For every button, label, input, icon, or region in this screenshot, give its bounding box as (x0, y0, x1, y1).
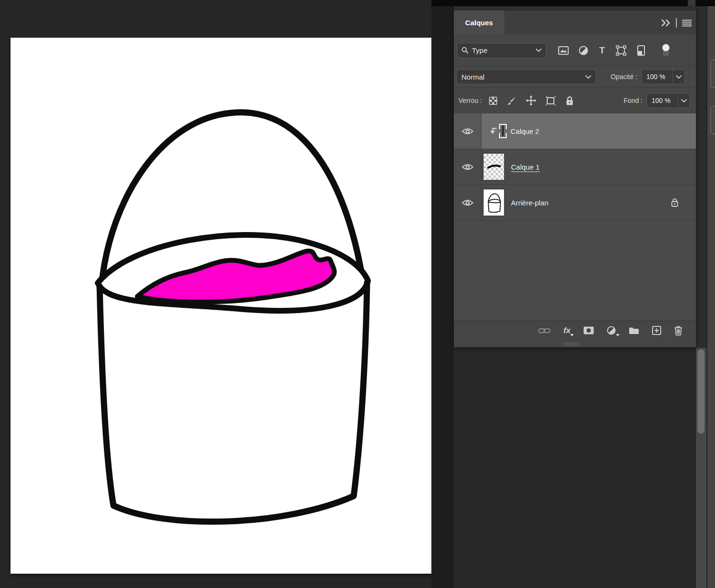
filter-toggle-switch[interactable] (661, 44, 671, 57)
chevron-down-icon (536, 49, 541, 52)
layer-name[interactable]: Calque 1 (511, 163, 540, 171)
background-layer-thumbnail[interactable] (483, 189, 504, 216)
bucket-drawing (10, 38, 431, 574)
tab-calques[interactable]: Calques (454, 10, 504, 35)
collapsed-dock-strip (707, 6, 715, 588)
filter-row: Type T (454, 35, 696, 66)
fill-value: 100 % (647, 97, 678, 104)
fill-input[interactable]: 100 % (646, 93, 690, 108)
panel-header: Calques (454, 6, 696, 35)
caret-down-icon (570, 334, 574, 336)
panel-toolbar: fx (454, 321, 696, 340)
search-icon (461, 47, 469, 54)
blend-row: Normal Opacité : 100 % (454, 66, 696, 87)
new-adjustment-layer-icon[interactable] (607, 326, 616, 335)
eye-icon[interactable] (461, 163, 474, 171)
tab-label: Calques (465, 19, 493, 27)
layer-row-calque-2[interactable]: Calque 2 (454, 113, 696, 149)
link-layers-icon[interactable] (538, 327, 551, 334)
layers-panel: Calques Type (454, 6, 696, 348)
smart-object-filter-icon[interactable] (636, 45, 646, 56)
new-layer-icon[interactable] (652, 326, 661, 335)
panel-menu-icon[interactable] (682, 19, 692, 27)
layer-locked-icon (671, 198, 679, 207)
lock-all-icon[interactable] (565, 96, 574, 106)
panel-top-rim (454, 6, 696, 10)
visibility-cell[interactable] (454, 113, 481, 149)
selection-bracket (501, 133, 507, 138)
collapse-panel-icon[interactable] (661, 19, 671, 27)
opacity-value: 100 % (642, 73, 673, 81)
chevron-down-icon[interactable] (673, 70, 684, 84)
fill-label: Fond : (623, 97, 643, 104)
dock-area-below-panel (454, 348, 696, 588)
dock-scrollbar-thumb[interactable] (697, 349, 705, 434)
adjustment-layer-filter-icon[interactable] (579, 46, 588, 55)
visibility-cell[interactable] (454, 185, 481, 220)
layers-list: Calque 2 Calque 1 (454, 113, 696, 321)
layer-filter-select[interactable]: Type (457, 43, 546, 58)
add-layer-mask-icon[interactable] (583, 326, 594, 335)
photoshop-workspace: Calques Type (0, 0, 715, 588)
lock-transparency-icon[interactable] (489, 96, 498, 105)
clipping-mask-arrow-icon (490, 127, 497, 135)
dock-scroll-track-upper (696, 6, 706, 348)
shape-layer-filter-icon[interactable] (616, 45, 626, 56)
lock-position-icon[interactable] (526, 95, 536, 106)
layer-thumbnail[interactable] (502, 127, 504, 135)
blend-mode-value: Normal (461, 73, 484, 81)
layer-name[interactable]: Calque 2 (511, 127, 539, 135)
collapsed-panel-button[interactable] (710, 106, 715, 134)
opacity-label: Opacité : (602, 73, 637, 81)
new-group-folder-icon[interactable] (629, 326, 639, 335)
dock-gap (431, 0, 454, 588)
visibility-cell[interactable] (454, 149, 481, 184)
panel-resize-grip[interactable] (454, 340, 696, 348)
filter-type-label: Type (472, 46, 488, 54)
delete-layer-trash-icon[interactable] (674, 326, 683, 335)
type-layer-filter-icon[interactable]: T (598, 45, 606, 56)
grip-ribs (563, 342, 581, 346)
fx-label: fx (563, 326, 571, 335)
chevron-down-icon (585, 75, 591, 79)
selection-bracket (501, 124, 507, 129)
blend-mode-select[interactable]: Normal (456, 69, 596, 84)
bucket-body (100, 283, 367, 522)
lock-artboard-icon[interactable] (545, 96, 556, 106)
pixel-layer-filter-icon[interactable] (558, 46, 569, 55)
top-black-bar (431, 0, 715, 6)
layer-name[interactable]: Arrière-plan (511, 199, 548, 207)
collapsed-panel-button[interactable] (710, 60, 715, 88)
lock-row: Verrou : Fond : 100 (454, 87, 696, 113)
layer-row-calque-1[interactable]: Calque 1 (454, 149, 696, 185)
layer-row-arriere-plan[interactable]: Arrière-plan (454, 185, 696, 221)
eye-icon[interactable] (461, 199, 474, 207)
opacity-input[interactable]: 100 % (641, 69, 685, 84)
header-separator (676, 18, 677, 28)
document-canvas[interactable] (10, 38, 431, 574)
dock-scroll-track[interactable] (696, 348, 706, 588)
transparent-layer-thumbnail[interactable] (483, 153, 504, 180)
eye-icon[interactable] (461, 127, 474, 135)
caret-down-icon (616, 334, 620, 336)
layer-styles-fx-icon[interactable]: fx (563, 326, 571, 335)
chevron-down-icon[interactable] (678, 93, 690, 108)
top-bar-corner (688, 0, 695, 6)
lock-label: Verrou : (459, 97, 482, 104)
lock-paint-icon[interactable] (507, 96, 517, 106)
